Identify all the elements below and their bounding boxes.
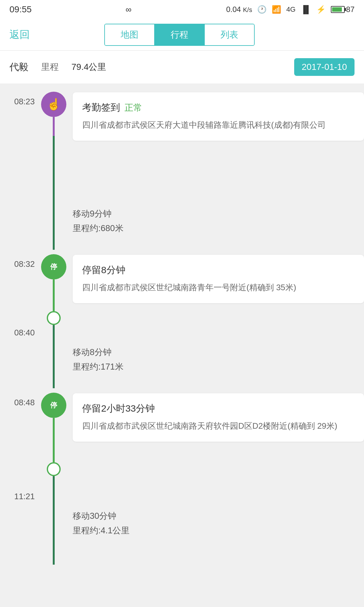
card-col-1: 考勤签到 正常 四川省成都市武侯区天府大道中段辅路靠近腾讯科技(成都)有限公司 [66,87,364,199]
distance-value: 79.4公里 [71,61,106,73]
move-distance-2: 里程约:171米 [73,361,124,372]
card-col-3: 停留2小时33分钟 四川省成都市武侯区世纪城南路天府软件园D区D2楼附近(精确到… [66,388,364,501]
status-normal: 正常 [124,102,142,114]
distance-label: 里程 [41,61,59,73]
time-1121: 11:21 [0,492,41,501]
line-green-1 [53,279,55,311]
timeline-move-3: - 移动30分钟 里程约:4.1公里 [0,501,364,565]
line-col-move2 [41,338,66,388]
card-address-1: 四川省成都市武侯区天府大道中段辅路靠近腾讯科技(成都)有限公司 [82,119,355,132]
dot-stop-2: 停 [41,393,66,418]
move-card-2: 移动8分钟 里程约:171米 [66,338,124,388]
date-badge: 2017-01-10 [294,58,355,76]
line-move1 [53,199,55,250]
move-duration-1: 移动9分钟 [73,208,124,219]
timeline-container: 08:23 ☝ 考勤签到 正常 四川省成都市武侯区天府大道中段辅路靠近腾讯科技(… [0,87,364,577]
move-duration-2: 移动8分钟 [73,346,124,358]
move-card-1: 移动9分钟 里程约:680米 [66,199,124,250]
card-title-1: 考勤签到 正常 [82,101,355,114]
time-0848: 08:48 [0,388,41,408]
line-move2 [53,338,55,388]
line-green-2 [53,418,55,462]
time-0832: 08:32 [0,250,41,269]
line-move3 [53,501,55,565]
card-address-3: 四川省成都市武侯区世纪城南路天府软件园D区D2楼附近(精确到 29米) [82,420,355,433]
info-row: 代毅 里程 79.4公里 2017-01-10 [0,51,364,83]
status-time: 09:55 [9,4,32,15]
move-card-3: 移动30分钟 里程约:4.1公里 [66,501,130,565]
timeline-move-1: - 移动9分钟 里程约:680米 [0,199,364,250]
status-right: 0.04 K/s 🕐 📶 4G ▐▌ ⚡ 87 [226,5,355,14]
battery-icon: 87 [331,5,355,14]
line-col-3: 停 [41,388,66,501]
signal-bars-icon: ▐▌ [300,5,311,14]
tab-trip[interactable]: 行程 [155,24,205,45]
dot-stop-1: 停 [41,254,66,279]
time-0823: 08:23 [0,87,41,199]
move-distance-3: 里程约:4.1公里 [73,525,130,536]
line-col-2: 停 [41,250,66,338]
dot-fingerprint: ☝ [41,92,66,117]
dot-small-2 [47,462,61,476]
timeline-move-2: - 移动8分钟 里程约:171米 [0,338,364,388]
line-dark1 [53,325,55,338]
timeline-event-1: 08:23 ☝ 考勤签到 正常 四川省成都市武侯区天府大道中段辅路靠近腾讯科技(… [0,87,364,199]
time-0840: 08:40 [0,328,41,338]
card-title-3: 停留2小时33分钟 [82,402,355,415]
line-dark2 [53,476,55,501]
status-bar: 09:55 ∞ 0.04 K/s 🕐 📶 4G ▐▌ ⚡ 87 [0,0,364,19]
line-col-move3 [41,501,66,565]
infinity-icon: ∞ [126,5,132,15]
nav-tabs: 地图 行程 列表 [104,24,255,46]
card-col-2: 停留8分钟 四川省成都市武侯区世纪城南路青年一号附近(精确到 35米) [66,250,364,338]
event-card-3: 停留2小时33分钟 四川省成都市武侯区世纪城南路天府软件园D区D2楼附近(精确到… [73,393,364,442]
move-distance-1: 里程约:680米 [73,223,124,234]
signal-icon: 4G [286,5,295,14]
move-duration-3: 移动30分钟 [73,510,130,522]
line-to-stop1 [53,136,55,199]
dot-small-1 [47,311,61,325]
line-after-fp [53,117,55,136]
timeline-event-3: 08:48 11:21 停 停留2小时33分钟 四川省成都市武侯区世纪城南路天府… [0,388,364,501]
card-title-2: 停留8分钟 [82,264,355,277]
tab-list[interactable]: 列表 [205,24,254,45]
timeline-event-2: 08:32 08:40 停 停留8分钟 四川省成都市武侯区世纪城南路青年一号附近… [0,250,364,338]
nav-bar: 返回 地图 行程 列表 [0,19,364,51]
event-card-2: 停留8分钟 四川省成都市武侯区世纪城南路青年一号附近(精确到 35米) [73,255,364,303]
time-col-2: 08:32 08:40 [0,250,41,338]
time-col-3: 08:48 11:21 [0,388,41,501]
back-button[interactable]: 返回 [9,28,30,42]
tab-map[interactable]: 地图 [105,24,155,45]
line-col-move1 [41,199,66,250]
line-col-1: ☝ [41,87,66,199]
card-address-2: 四川省成都市武侯区世纪城南路青年一号附近(精确到 35米) [82,281,355,294]
clock-icon: 🕐 [257,5,267,14]
fingerprint-icon: ☝ [47,98,61,111]
user-name: 代毅 [9,61,28,74]
charging-icon: ⚡ [316,5,326,14]
network-speed: 0.04 K/s [226,5,252,14]
event-card-1: 考勤签到 正常 四川省成都市武侯区天府大道中段辅路靠近腾讯科技(成都)有限公司 [73,92,364,141]
wifi-icon: 📶 [272,5,281,14]
